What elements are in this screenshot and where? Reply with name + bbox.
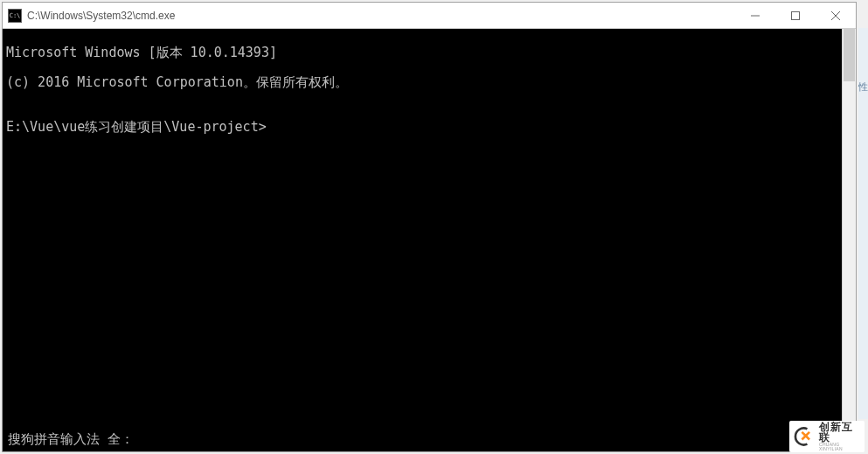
side-panel-label: 性 xyxy=(858,81,868,92)
maximize-button[interactable] xyxy=(775,3,816,28)
console-output: Microsoft Windows [版本 10.0.14393] (c) 20… xyxy=(3,29,842,451)
watermark-cn: 创新互联 xyxy=(819,422,861,443)
cursor xyxy=(267,120,274,133)
close-button[interactable] xyxy=(816,3,856,28)
prompt-text: E:\Vue\vue练习创建项目\Vue-project> xyxy=(6,120,267,135)
window-controls xyxy=(735,3,856,28)
watermark-text: 创新互联 CHUANG XINYILIAN xyxy=(819,422,861,451)
watermark-logo-icon xyxy=(793,425,816,448)
watermark-en: CHUANG XINYILIAN xyxy=(819,443,861,451)
watermark: 创新互联 CHUANG XINYILIAN xyxy=(789,421,865,452)
minimize-button[interactable] xyxy=(735,3,775,28)
svg-rect-1 xyxy=(792,11,800,19)
cmd-icon: C:\ xyxy=(8,9,22,23)
titlebar[interactable]: C:\ C:\Windows\System32\cmd.exe xyxy=(3,3,856,29)
scroll-thumb[interactable] xyxy=(844,29,855,81)
console-area[interactable]: Microsoft Windows [版本 10.0.14393] (c) 20… xyxy=(3,29,856,451)
console-line: Microsoft Windows [版本 10.0.14393] xyxy=(6,45,838,60)
ime-status: 搜狗拼音输入法 全： xyxy=(8,431,134,448)
prompt-line: E:\Vue\vue练习创建项目\Vue-project> xyxy=(6,120,838,135)
vertical-scrollbar[interactable] xyxy=(842,29,856,451)
console-line: (c) 2016 Microsoft Corporation。保留所有权利。 xyxy=(6,75,838,90)
side-panel: 性 xyxy=(858,28,868,419)
window-title: C:\Windows\System32\cmd.exe xyxy=(27,10,735,22)
cmd-window: C:\ C:\Windows\System32\cmd.exe Microsof… xyxy=(2,2,857,452)
